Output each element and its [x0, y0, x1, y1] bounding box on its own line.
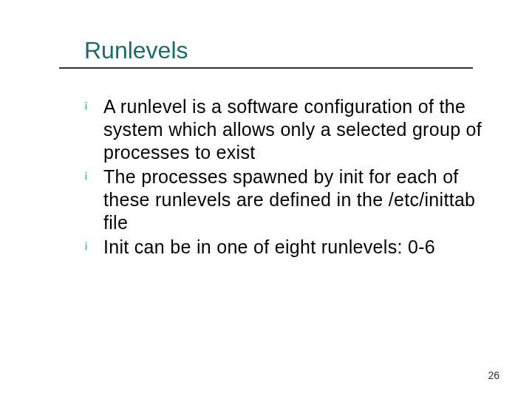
title-underline — [59, 67, 473, 69]
bullet-text: A runlevel is a software configuration o… — [103, 96, 482, 163]
bullet-icon: ¡ — [84, 98, 88, 112]
list-item: ¡ The processes spawned by init for each… — [84, 166, 488, 234]
slide-container: Runlevels ¡ A runlevel is a software con… — [0, 0, 532, 399]
bullet-icon: ¡ — [84, 168, 88, 182]
list-item: ¡ A runlevel is a software configuration… — [84, 95, 488, 164]
bullet-icon: ¡ — [84, 238, 88, 252]
bullet-list: ¡ A runlevel is a software configuration… — [74, 95, 488, 259]
slide-title: Runlevels — [84, 37, 488, 64]
bullet-text: The processes spawned by init for each o… — [103, 166, 475, 233]
bullet-text: Init can be in one of eight runlevels: 0… — [103, 236, 435, 257]
list-item: ¡ Init can be in one of eight runlevels:… — [84, 236, 488, 259]
page-number: 26 — [488, 369, 499, 381]
